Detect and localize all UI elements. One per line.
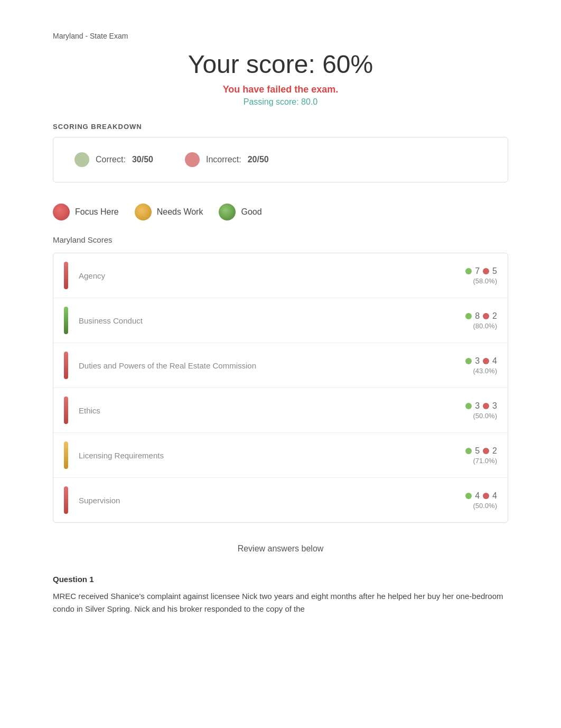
review-text: Review answers below [53,544,508,554]
correct-count: 3 [475,401,480,411]
maryland-scores-label: Maryland Scores [53,235,508,244]
row-percent: (58.0%) [473,277,497,285]
fail-message: You have failed the exam. [53,84,508,95]
incorrect-count: 2 [492,446,497,456]
needs-work-dot [135,204,152,220]
correct-value: 30/50 [132,155,153,164]
incorrect-count: 3 [492,401,497,411]
good-label: Good [241,207,261,217]
incorrect-score-item: Incorrect: 20/50 [185,152,269,167]
mini-incorrect-dot [483,268,489,274]
row-scores-top: 3 4 [465,356,497,366]
incorrect-count: 4 [492,356,497,366]
table-row: Ethics 3 3 (50.0%) [53,388,508,433]
mini-correct-dot [465,268,472,274]
mini-correct-dot [465,403,472,409]
mini-correct-dot [465,448,472,454]
row-percent: (80.0%) [473,322,497,330]
row-bar [64,397,68,424]
row-scores: 3 4 (43.0%) [465,356,497,375]
legend-needs-work: Needs Work [135,204,203,220]
correct-count: 4 [475,491,480,501]
mini-correct-dot [465,313,472,319]
correct-count: 3 [475,356,480,366]
exam-title: Maryland - State Exam [53,32,508,40]
row-scores-top: 8 2 [465,311,497,321]
legend-row: Focus Here Needs Work Good [53,204,508,220]
row-percent: (71.0%) [473,457,497,465]
row-scores: 8 2 (80.0%) [465,311,497,330]
mini-incorrect-dot [483,403,489,409]
row-bar [64,307,68,334]
question-body: MREC received Shanice's complaint agains… [53,590,508,615]
correct-count: 7 [475,266,480,276]
score-heading: Your score: 60% [53,50,508,79]
mini-incorrect-dot [483,358,489,364]
table-row: Licensing Requirements 5 2 (71.0%) [53,433,508,478]
row-subject: Agency [79,271,465,280]
row-scores: 5 2 (71.0%) [465,446,497,465]
table-row: Business Conduct 8 2 (80.0%) [53,298,508,343]
scores-table: Agency 7 5 (58.0%) Business Conduct 8 2 [53,253,508,523]
good-dot [219,204,236,220]
incorrect-dot [185,152,200,167]
row-scores: 4 4 (50.0%) [465,491,497,510]
correct-count: 8 [475,311,480,321]
row-scores-top: 7 5 [465,266,497,276]
mini-incorrect-dot [483,493,489,499]
table-row: Duties and Powers of the Real Estate Com… [53,343,508,388]
row-bar [64,441,68,469]
incorrect-count: 5 [492,266,497,276]
row-percent: (50.0%) [473,412,497,420]
row-scores-top: 4 4 [465,491,497,501]
row-scores-top: 5 2 [465,446,497,456]
row-bar [64,486,68,514]
row-subject: Duties and Powers of the Real Estate Com… [79,361,465,370]
incorrect-count: 2 [492,311,497,321]
row-percent: (50.0%) [473,502,497,510]
incorrect-label: Incorrect: [206,155,241,164]
row-subject: Licensing Requirements [79,451,465,460]
mini-incorrect-dot [483,313,489,319]
focus-here-dot [53,204,70,220]
correct-score-item: Correct: 30/50 [74,152,153,167]
row-scores: 3 3 (50.0%) [465,401,497,420]
row-subject: Business Conduct [79,316,465,325]
row-percent: (43.0%) [473,367,497,375]
mini-correct-dot [465,358,472,364]
page-container: Maryland - State Exam Your score: 60% Yo… [0,0,561,647]
row-bar [64,352,68,379]
focus-here-label: Focus Here [75,207,119,217]
legend-good: Good [219,204,261,220]
score-summary-box: Correct: 30/50 Incorrect: 20/50 [53,137,508,182]
row-scores-top: 3 3 [465,401,497,411]
row-scores: 7 5 (58.0%) [465,266,497,285]
passing-score: Passing score: 80.0 [53,97,508,107]
mini-correct-dot [465,493,472,499]
table-row: Supervision 4 4 (50.0%) [53,478,508,522]
correct-label: Correct: [96,155,126,164]
correct-count: 5 [475,446,480,456]
correct-dot [74,152,89,167]
needs-work-label: Needs Work [157,207,203,217]
scoring-breakdown-label: SCORING BREAKDOWN [53,123,508,131]
incorrect-count: 4 [492,491,497,501]
table-row: Agency 7 5 (58.0%) [53,253,508,298]
row-subject: Ethics [79,406,465,415]
row-subject: Supervision [79,496,465,505]
row-bar [64,262,68,289]
legend-focus-here: Focus Here [53,204,119,220]
question-section: Question 1 MREC received Shanice's compl… [53,575,508,615]
question-title: Question 1 [53,575,508,584]
mini-incorrect-dot [483,448,489,454]
incorrect-value: 20/50 [248,155,269,164]
